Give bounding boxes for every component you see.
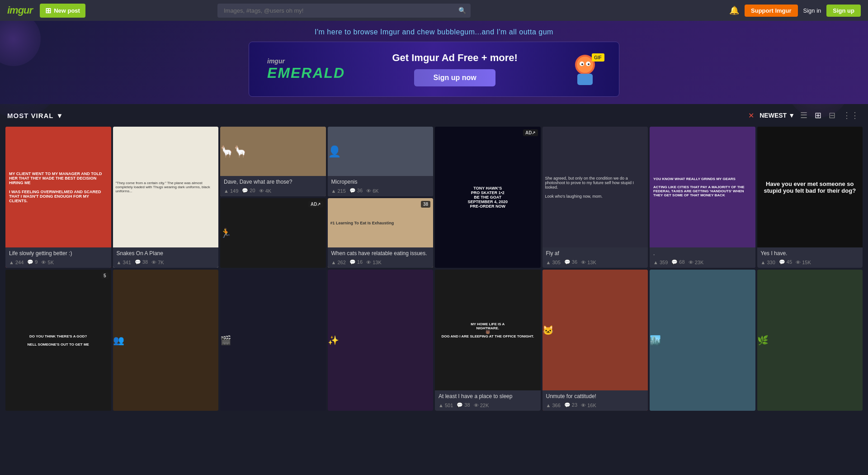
post-image-area: 🦙🦙 bbox=[220, 127, 326, 176]
post-stats: ▲ 359💬 68👁 23K bbox=[653, 259, 752, 265]
view-stat: 👁 6K bbox=[366, 188, 379, 194]
post-image-text: DO YOU THINK THERE'S A GOD? NELL SOMEONE… bbox=[5, 331, 111, 350]
post-image-text: ✨ bbox=[328, 335, 434, 346]
header: imgur ⊞ New post 🔍 🔔 Support Imgur Sign … bbox=[0, 0, 868, 21]
post-image-area: #1 Learning To Eat Is Exhausting38 bbox=[328, 198, 434, 247]
post-image-area: "They come from a certain city." The pla… bbox=[113, 127, 219, 247]
post-stats: ▲ 149💬 20👁 4K bbox=[224, 188, 322, 194]
post-image-text: Have you ever met someone so stupid you … bbox=[757, 175, 863, 200]
post-card[interactable]: "They come from a certain city." The pla… bbox=[113, 127, 219, 268]
post-info: .▲ 359💬 68👁 23K bbox=[650, 247, 755, 268]
view-controls: ✕ NEWEST ▼ ☰ ⊞ ⊟ ⋮⋮ bbox=[748, 109, 861, 121]
post-image-text: 🦙🦙 bbox=[220, 145, 326, 158]
post-image-area: 👥 bbox=[113, 270, 219, 411]
post-image-area: Have you ever met someone so stupid you … bbox=[757, 127, 863, 247]
four-col-view-button[interactable]: ⋮⋮ bbox=[841, 109, 861, 121]
svg-point-5 bbox=[581, 63, 583, 65]
post-card[interactable]: She agreed, but only on the condition we… bbox=[542, 127, 648, 268]
view-stat: 👁 13K bbox=[581, 260, 596, 265]
upvote-stat: ▲ 501 bbox=[439, 403, 453, 408]
post-card[interactable]: TONY HAWK'S PRO SKATER 1•2 BE THE GOAT S… bbox=[435, 127, 541, 268]
post-image-area: DO YOU THINK THERE'S A GOD? NELL SOMEONE… bbox=[5, 270, 111, 411]
post-card[interactable]: ✨ bbox=[328, 270, 434, 411]
post-card[interactable]: 👥 bbox=[113, 270, 219, 411]
post-card[interactable]: 🏃AD↗ bbox=[220, 198, 326, 268]
svg-point-6 bbox=[588, 63, 590, 65]
sort-label: MOST VIRAL bbox=[7, 112, 54, 119]
emerald-mascot: GIF bbox=[565, 51, 601, 87]
sort-button[interactable]: MOST VIRAL ▼ bbox=[7, 112, 63, 119]
upvote-stat: ▲ 149 bbox=[224, 188, 238, 194]
post-stats: ▲ 305💬 36👁 13K bbox=[546, 259, 645, 265]
post-card[interactable]: 👤Micropenis▲ 215💬 36👁 6K bbox=[328, 127, 434, 196]
post-card[interactable]: MY CLIENT WENT TO MY MANAGER AND TOLD HE… bbox=[5, 127, 111, 268]
upvote-stat: ▲ 244 bbox=[9, 260, 24, 265]
post-info: At least I have a place to sleep▲ 501💬 3… bbox=[435, 390, 541, 411]
new-post-label: New post bbox=[54, 7, 80, 14]
post-image-area: TONY HAWK'S PRO SKATER 1•2 BE THE GOAT S… bbox=[435, 127, 541, 268]
post-info: Snakes On A Plane▲ 341💬 38👁 7K bbox=[113, 247, 219, 268]
post-image-text: 👤 bbox=[328, 145, 434, 158]
hero-tagline: I'm here to browse Imgur and chew bubble… bbox=[7, 28, 861, 36]
view-stat: 👁 4K bbox=[259, 188, 272, 194]
svg-text:GIF: GIF bbox=[594, 55, 602, 60]
emerald-banner: imgur EMERALD Get Imgur Ad Free + more! … bbox=[249, 42, 619, 97]
emerald-center: Get Imgur Ad Free + more! Sign up now bbox=[392, 52, 517, 86]
post-image-text: MY HOME LIFE IS A NIGHTMARE. 🐻 DOG AND I… bbox=[435, 318, 541, 342]
view-stat: 👁 16K bbox=[581, 403, 596, 408]
upvote-stat: ▲ 359 bbox=[653, 260, 668, 265]
search-input[interactable] bbox=[217, 4, 471, 18]
search-icon: 🔍 bbox=[458, 7, 466, 14]
post-card[interactable]: #1 Learning To Eat Is Exhausting38When c… bbox=[328, 198, 434, 268]
search-bar: 🔍 bbox=[217, 4, 471, 18]
three-col-view-button[interactable]: ⊟ bbox=[827, 109, 837, 121]
post-card[interactable]: 🎬 bbox=[220, 270, 326, 411]
post-image-text: "They come from a certain city." The pla… bbox=[113, 178, 219, 196]
post-stats: ▲ 215💬 36👁 6K bbox=[331, 188, 430, 194]
post-image-text: MY CLIENT WENT TO MY MANAGER AND TOLD HE… bbox=[5, 168, 111, 207]
signin-button[interactable]: Sign in bbox=[803, 7, 821, 14]
post-card[interactable]: 🐱Unmute for cattitude!▲ 366💬 23👁 16K bbox=[542, 270, 648, 411]
svg-point-1 bbox=[577, 57, 593, 73]
upvote-stat: ▲ 262 bbox=[331, 260, 346, 265]
new-post-button[interactable]: ⊞ New post bbox=[40, 4, 85, 18]
post-image-text: #1 Learning To Eat Is Exhausting bbox=[328, 218, 434, 228]
post-image-area: 🐱 bbox=[542, 270, 648, 390]
post-title: Fly af bbox=[546, 250, 645, 257]
post-card[interactable]: 🌿 bbox=[757, 270, 863, 411]
post-image-area: MY HOME LIFE IS A NIGHTMARE. 🐻 DOG AND I… bbox=[435, 270, 541, 390]
support-button[interactable]: Support Imgur bbox=[745, 5, 798, 17]
upvote-stat: ▲ 305 bbox=[546, 260, 561, 265]
post-card[interactable]: 🦙🦙Dave, Dave what are those?▲ 149💬 20👁 4… bbox=[220, 127, 326, 196]
view-stat: 👁 7K bbox=[151, 260, 164, 265]
signup-button[interactable]: Sign up bbox=[826, 5, 861, 17]
post-info: Life slowly getting better :)▲ 244💬 9👁 5… bbox=[5, 247, 111, 268]
post-title: Dave, Dave what are those? bbox=[224, 179, 322, 186]
post-stats: ▲ 262💬 16👁 13K bbox=[331, 259, 430, 265]
list-view-button[interactable]: ☰ bbox=[798, 109, 809, 121]
post-card[interactable]: Have you ever met someone so stupid you … bbox=[757, 127, 863, 268]
post-stats: ▲ 244💬 9👁 5K bbox=[9, 259, 108, 265]
close-icon[interactable]: ✕ bbox=[748, 111, 754, 120]
post-image-text: TONY HAWK'S PRO SKATER 1•2 BE THE GOAT S… bbox=[435, 182, 541, 212]
post-title: Yes I have. bbox=[761, 250, 859, 257]
post-card[interactable]: YOU KNOW WHAT REALLY GRINDS MY GEARS ACT… bbox=[650, 127, 755, 268]
post-card[interactable]: 🏙️ bbox=[650, 270, 755, 411]
post-info: Micropenis▲ 215💬 36👁 6K bbox=[328, 176, 434, 196]
upvote-stat: ▲ 366 bbox=[546, 403, 561, 408]
notification-icon[interactable]: 🔔 bbox=[729, 5, 739, 15]
post-image-text: 🐱 bbox=[542, 325, 648, 336]
post-image-text: YOU KNOW WHAT REALLY GRINDS MY GEARS ACT… bbox=[650, 173, 755, 201]
two-col-view-button[interactable]: ⊞ bbox=[813, 109, 823, 121]
comment-stat: 💬 38 bbox=[457, 402, 470, 408]
emerald-imgur-text: imgur bbox=[267, 57, 345, 65]
post-image-text: 🏙️ bbox=[650, 335, 755, 346]
emerald-headline: Get Imgur Ad Free + more! bbox=[392, 52, 517, 64]
newest-button[interactable]: NEWEST ▼ bbox=[760, 112, 795, 119]
post-card[interactable]: MY HOME LIFE IS A NIGHTMARE. 🐻 DOG AND I… bbox=[435, 270, 541, 411]
signup-now-button[interactable]: Sign up now bbox=[414, 69, 495, 86]
comment-stat: 💬 20 bbox=[242, 188, 255, 194]
view-stat: 👁 22K bbox=[474, 403, 489, 408]
post-card[interactable]: DO YOU THINK THERE'S A GOD? NELL SOMEONE… bbox=[5, 270, 111, 411]
post-title: Unmute for cattitude! bbox=[546, 393, 645, 400]
